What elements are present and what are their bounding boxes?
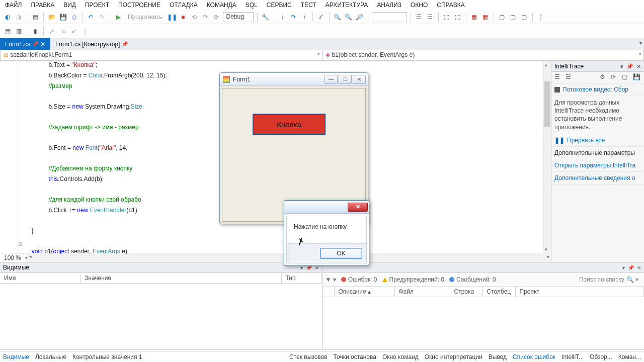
rp-refresh-icon[interactable]: ⟳ <box>611 73 619 81</box>
sb-visible[interactable]: Видимые <box>3 353 29 360</box>
rp-view2-icon[interactable]: ☱ <box>566 73 574 81</box>
errors-toggle[interactable]: Ошибок: 0 <box>341 276 377 283</box>
zoom-level[interactable]: 100 % <box>0 254 25 261</box>
sb-output[interactable]: Вывод <box>489 353 507 360</box>
layout4-icon[interactable]: ⬚ <box>453 13 462 22</box>
step-icon[interactable]: ↷ <box>201 13 210 22</box>
sb-command[interactable]: Окно команд <box>382 353 419 360</box>
panel-dropdown-icon[interactable]: ▾ <box>620 63 623 70</box>
close-button[interactable]: ✕ <box>353 75 366 84</box>
col-type[interactable]: Тип <box>282 273 322 283</box>
menu-build[interactable]: ПОСТРОЕНИЕ <box>118 2 160 9</box>
tb2-icon-1[interactable]: ▤ <box>3 27 12 36</box>
sb-cmd[interactable]: Коман... <box>618 353 641 360</box>
col-line[interactable]: Строка <box>450 287 483 297</box>
step-over-icon[interactable]: ↷ <box>289 13 298 22</box>
layout2-icon[interactable]: ☱ <box>426 13 435 22</box>
config-dropdown[interactable]: Debug <box>223 12 254 22</box>
sb-errorlist[interactable]: Список ошибок <box>513 353 555 360</box>
step-into-icon[interactable]: ↓ <box>278 13 287 22</box>
knopka-button[interactable]: Кнопка <box>253 114 326 135</box>
tabs-dropdown-icon[interactable]: ▾ <box>639 40 642 46</box>
find2-icon[interactable]: 🔍 <box>344 13 353 22</box>
redo-icon[interactable]: ↷ <box>97 13 106 22</box>
tb2-icon-2[interactable]: ▥ <box>14 27 23 36</box>
col-col[interactable]: Столбец <box>483 287 516 297</box>
rp-video-row[interactable]: Потоковое видео: Сбор <box>551 83 644 96</box>
outline-toggle-icon[interactable]: ⊟ <box>18 241 22 247</box>
sb-intelli[interactable]: IntelliT... <box>561 353 584 360</box>
rp-link-more[interactable]: Дополнительные сведения о <box>551 172 644 185</box>
tb2-icon-5[interactable]: ↘ <box>58 27 67 36</box>
tb2-icon-4[interactable]: ↗ <box>47 27 56 36</box>
close-tab-icon[interactable]: ✕ <box>40 41 45 48</box>
find-icon[interactable]: 🔍 <box>333 13 342 22</box>
rp-break-row[interactable]: ❚❚Прервать все <box>551 134 644 147</box>
err-pin-icon[interactable]: 📌 <box>628 265 634 270</box>
panel-pin-icon[interactable]: 📌 <box>626 63 633 70</box>
save-icon[interactable]: 💾 <box>58 13 67 22</box>
menu-architecture[interactable]: АРХИТЕКТУРА <box>326 2 368 9</box>
save-all-icon[interactable]: ⎙ <box>69 13 78 22</box>
messages-toggle[interactable]: Сообщений: 0 <box>449 276 496 283</box>
col-proj[interactable]: Проект <box>516 287 645 297</box>
menu-debug[interactable]: ОТЛАДКА <box>170 2 198 9</box>
tab-form1-designer[interactable]: Form1.cs [Конструктор] 📌 <box>50 38 133 50</box>
undo-icon[interactable]: ↶ <box>86 13 95 22</box>
messagebox-close-button[interactable]: ✕ <box>348 203 368 212</box>
col-desc[interactable]: Описание ▴ <box>335 287 395 297</box>
tb2-icon-6[interactable]: ↙ <box>69 27 78 36</box>
warnings-toggle[interactable]: Предупреждений: 0 <box>382 276 445 283</box>
pin-icon[interactable]: 📌 <box>122 41 128 47</box>
menu-test[interactable]: ТЕСТ <box>301 2 316 9</box>
tb2-icon-3[interactable]: ▮ <box>31 27 40 36</box>
restart-icon[interactable]: ⟲ <box>190 13 199 22</box>
menu-tools[interactable]: СЕРВИС <box>267 2 292 9</box>
layout1-icon[interactable]: ☰ <box>415 13 424 22</box>
sb-watch1[interactable]: Контрольные значения 1 <box>72 353 142 360</box>
continue-play-icon[interactable]: ▶ <box>114 13 123 22</box>
open-icon[interactable]: 📂 <box>47 13 56 22</box>
layout3-icon[interactable]: ⬚ <box>442 13 451 22</box>
sb-breakpoints[interactable]: Точки останова <box>334 353 376 360</box>
box2-icon[interactable]: ▢ <box>509 13 518 22</box>
filter-icon[interactable]: ▼ ▾ <box>326 276 336 283</box>
quick-find-input[interactable] <box>372 12 407 22</box>
nav-back-icon[interactable]: ◐ <box>3 13 12 22</box>
sb-immediate[interactable]: Окно интерпретации <box>425 353 482 360</box>
sb-locals[interactable]: Локальные <box>35 353 66 360</box>
menu-help[interactable]: СПРАВКА <box>437 2 465 9</box>
pin-icon[interactable]: 📌 <box>32 41 38 47</box>
watch-body[interactable] <box>0 284 322 350</box>
pause-icon[interactable]: ❚❚ <box>168 13 177 22</box>
toolbox-icon[interactable]: 🔧 <box>261 13 270 22</box>
menu-analyze[interactable]: АНАЛИЗ <box>377 2 401 9</box>
menu-file[interactable]: ФАЙЛ <box>5 2 22 9</box>
sb-browse[interactable]: Обзор... <box>590 353 612 360</box>
new-file-icon[interactable]: ▤ <box>31 13 40 22</box>
menu-team[interactable]: КОМАНДА <box>207 2 236 9</box>
rp-open-icon[interactable]: ▢ <box>622 73 630 81</box>
rp-view1-icon[interactable]: ☰ <box>554 73 562 81</box>
grid2-icon[interactable]: ▦ <box>481 13 490 22</box>
step-out-icon[interactable]: ↑ <box>300 13 309 22</box>
hex-icon[interactable]: ⁄⁄ <box>316 13 326 22</box>
sb-callstack[interactable]: Стек вызовов <box>289 353 328 360</box>
errorlist-search[interactable]: Поиск по списку 🔍 ▾ <box>577 275 641 285</box>
vertical-scrollbar[interactable] <box>543 61 551 253</box>
col-name[interactable]: Имя <box>0 273 80 283</box>
menu-view[interactable]: ВИД <box>63 2 76 9</box>
panel-close-icon[interactable]: ✕ <box>636 63 641 70</box>
find3-icon[interactable]: 🔎 <box>355 13 364 22</box>
nav-fwd-icon[interactable]: ◑ <box>14 13 23 22</box>
refresh-icon[interactable]: ⟳ <box>212 13 221 22</box>
err-dropdown-icon[interactable]: ▾ <box>622 265 625 270</box>
err-close-icon[interactable]: ✕ <box>637 265 641 270</box>
col-value[interactable]: Значение <box>80 273 282 283</box>
overflow-icon[interactable]: ⋮ <box>536 13 545 22</box>
rp-save-icon[interactable]: 💾 <box>633 73 641 81</box>
continue-button[interactable]: Продолжить <box>125 14 166 21</box>
messagebox-ok-button[interactable]: OK <box>320 248 362 259</box>
grid1-icon[interactable]: ▦ <box>470 13 479 22</box>
class-dropdown[interactable]: ⊞ sozdanieKnopki.Form1 <box>0 50 323 61</box>
